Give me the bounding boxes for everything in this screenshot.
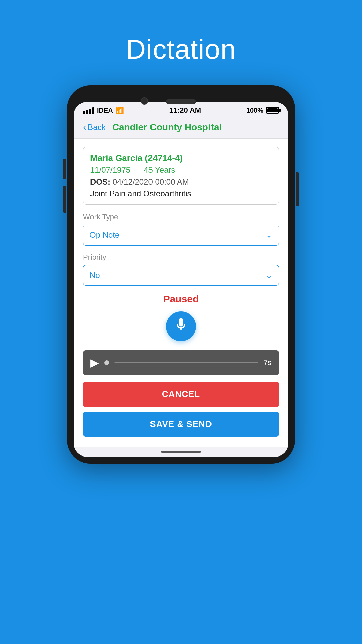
mic-container [83,311,279,341]
back-label: Back [87,123,105,132]
microphone-icon [174,317,188,335]
status-bar: IDEA 📶 11:20 AM 100% [74,102,288,117]
phone-screen: IDEA 📶 11:20 AM 100% ‹ Back Candler Coun… [74,102,288,457]
battery-fill [267,108,278,112]
back-button[interactable]: ‹ Back [83,123,106,132]
signal-bar-2 [86,110,88,114]
work-type-value: Op Note [89,230,119,240]
patient-diagnosis: Joint Pain and Osteoarthritis [90,189,272,198]
priority-label: Priority [83,253,279,262]
page-title: Dictation [126,34,236,65]
save-send-button[interactable]: SAVE & SEND [83,412,279,437]
status-time: 11:20 AM [169,106,201,115]
progress-dot [104,360,109,365]
work-type-label: Work Type [83,213,279,221]
nav-title: Candler County Hospital [112,122,222,133]
patient-dos-label: DOS: [90,177,110,186]
battery-icon [266,107,279,114]
back-chevron-icon: ‹ [83,123,86,132]
phone-speaker [166,99,196,104]
patient-card: Maria Garcia (24714-4) 11/07/1975 45 Yea… [83,147,279,205]
signal-bar-3 [89,109,91,114]
duration-label: 7s [264,358,272,367]
patient-info-row: 11/07/1975 45 Years [90,165,272,175]
screen-content: Maria Garcia (24714-4) 11/07/1975 45 Yea… [74,139,288,447]
audio-player: ▶ 7s [83,350,279,375]
play-button[interactable]: ▶ [90,356,99,369]
status-right: 100% [246,107,279,114]
recording-status: Paused [83,293,279,305]
patient-age: 45 Years [144,165,175,175]
priority-value: No [89,271,100,280]
microphone-button[interactable] [166,311,196,341]
signal-bar-4 [92,107,94,114]
phone-bottom-bar [74,447,288,457]
cancel-button[interactable]: CANCEL [83,382,279,407]
nav-bar: ‹ Back Candler County Hospital [74,117,288,139]
phone-top-bar [74,92,288,102]
priority-chevron-icon: ⌄ [266,271,273,280]
power-button [296,172,299,206]
patient-dos: DOS: 04/12/2020 00:00 AM [90,177,272,187]
priority-dropdown[interactable]: No ⌄ [83,265,279,286]
battery-percent: 100% [246,107,263,114]
phone-frame: IDEA 📶 11:20 AM 100% ‹ Back Candler Coun… [67,85,295,464]
patient-dob: 11/07/1975 [90,165,130,175]
progress-bar[interactable] [114,362,258,363]
front-camera [141,97,148,105]
wifi-icon: 📶 [116,106,124,114]
volume-down-button [63,159,66,179]
patient-name: Maria Garcia (24714-4) [90,153,272,163]
work-type-dropdown[interactable]: Op Note ⌄ [83,225,279,246]
home-indicator [161,451,201,453]
signal-bars [83,107,94,114]
patient-dos-value: 04/12/2020 00:00 AM [113,177,189,186]
work-type-chevron-icon: ⌄ [266,230,273,240]
signal-bar-1 [83,111,85,114]
carrier-label: IDEA [97,107,113,114]
volume-up-button [63,186,66,213]
status-left: IDEA 📶 [83,106,124,114]
